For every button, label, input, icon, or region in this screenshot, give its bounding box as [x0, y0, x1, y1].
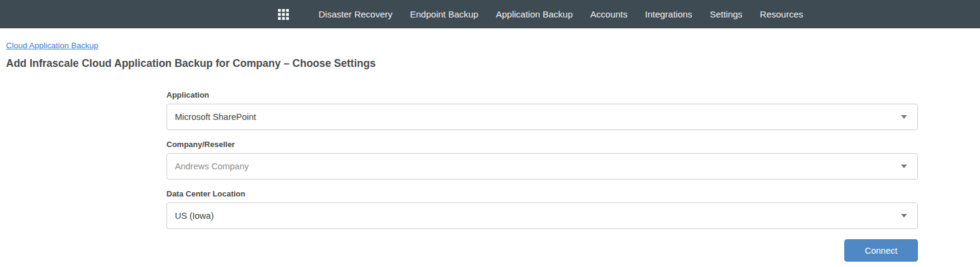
- application-label: Application: [166, 90, 918, 99]
- nav-item-resources[interactable]: Resources: [760, 0, 803, 28]
- data-center-location-label: Data Center Location: [166, 189, 918, 198]
- application-field: Application Microsoft SharePoint: [166, 90, 918, 130]
- nav-item-integrations[interactable]: Integrations: [645, 0, 692, 28]
- nav-item-disaster-recovery[interactable]: Disaster Recovery: [318, 0, 393, 28]
- nav-item-endpoint-backup[interactable]: Endpoint Backup: [410, 0, 478, 28]
- nav-item-accounts[interactable]: Accounts: [590, 0, 628, 28]
- breadcrumb-link[interactable]: Cloud Application Backup: [6, 41, 98, 50]
- chevron-down-icon: [901, 214, 907, 218]
- navbar-items: Disaster Recovery Endpoint Backup Applic…: [278, 0, 803, 28]
- company-reseller-label: Company/Reseller: [166, 140, 918, 149]
- application-select[interactable]: Microsoft SharePoint: [166, 104, 918, 130]
- company-reseller-select[interactable]: Andrews Company: [166, 153, 918, 180]
- page-content: Cloud Application Backup Add Infrascale …: [0, 28, 980, 262]
- nav-item-application-backup[interactable]: Application Backup: [496, 0, 573, 28]
- nav-item-settings[interactable]: Settings: [710, 0, 742, 28]
- chevron-down-icon: [901, 165, 907, 168]
- connect-button[interactable]: Connect: [844, 239, 918, 262]
- settings-form: Application Microsoft SharePoint Company…: [166, 90, 918, 262]
- page-title: Add Infrascale Cloud Application Backup …: [6, 57, 980, 70]
- application-select-value: Microsoft SharePoint: [175, 112, 256, 122]
- apps-grid-icon[interactable]: [278, 9, 289, 20]
- data-center-location-field: Data Center Location US (Iowa): [166, 189, 918, 229]
- data-center-location-select-value: US (Iowa): [175, 211, 213, 221]
- company-reseller-select-value: Andrews Company: [175, 162, 249, 171]
- form-actions: Connect: [166, 239, 918, 262]
- company-reseller-field: Company/Reseller Andrews Company: [166, 140, 918, 180]
- chevron-down-icon: [901, 115, 907, 119]
- top-navbar: Disaster Recovery Endpoint Backup Applic…: [0, 0, 980, 28]
- data-center-location-select[interactable]: US (Iowa): [166, 203, 918, 229]
